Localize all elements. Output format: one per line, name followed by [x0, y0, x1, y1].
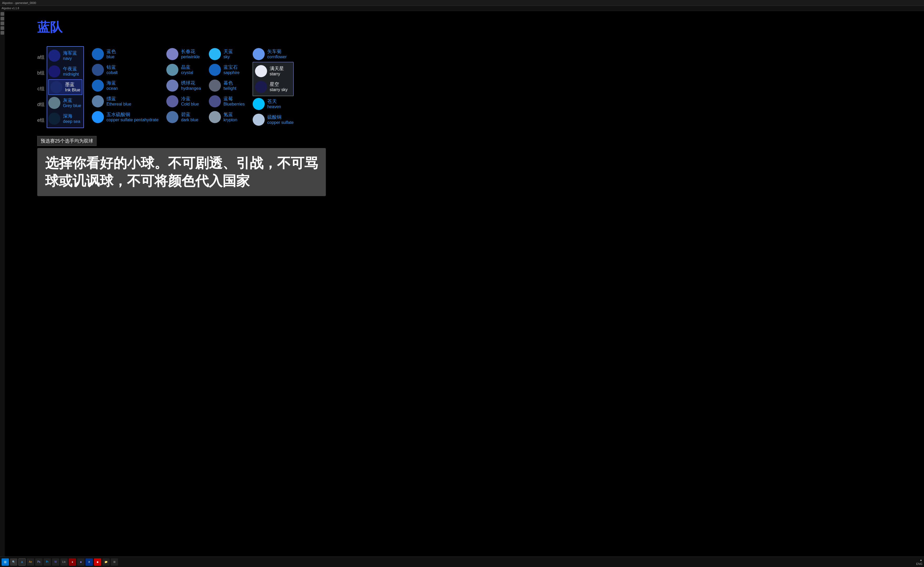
color-zh-darkblue: 碧蓝 — [181, 112, 198, 117]
color-circle-blue — [92, 48, 104, 60]
color-names-periwinkle: 长春花 periwinkle — [181, 49, 200, 60]
color-names-copperpenta: 五水硫酸铜 copper sulfate pentahydrate — [106, 112, 159, 123]
color-en-copperpenta: copper sulfate pentahydrate — [106, 117, 159, 122]
color-entry-sky: 天蓝 sky — [209, 46, 245, 62]
notice-bar: 预选赛25个选手均为双球 选择你看好的小球。不可剧透、引战，不可骂球或讥讽球，不… — [37, 136, 914, 196]
color-en-blueberries: Blueberries — [224, 102, 245, 107]
menu-subtitle: Algodoo v1.1.8 — [2, 7, 19, 10]
sidebar-icon-1[interactable] — [0, 12, 4, 16]
color-en-deepsea: deep sea — [63, 119, 80, 124]
color-entry-twilight: 暮色 twilight — [209, 78, 245, 93]
taskbar-app4[interactable]: Pr — [44, 558, 51, 566]
team-title: 蓝队 — [37, 19, 914, 36]
taskbar-app6[interactable]: Ltc — [60, 558, 68, 566]
sidebar-icon-2[interactable] — [0, 17, 4, 21]
color-zh-sapphire: 蓝宝石 — [224, 65, 240, 70]
taskbar-app7[interactable]: ● — [69, 558, 76, 566]
color-entry-starry: 满天星 starry — [255, 63, 291, 79]
color-entry-cobalt: 钴蓝 cobalt — [92, 62, 159, 78]
color-names-coppersulfate: 硫酸铜 copper sulfate — [267, 114, 294, 125]
color-entry-coldblue: 冷蓝 Cold blue — [166, 93, 201, 109]
color-entry-midnight: 午夜蓝 midnight — [48, 63, 82, 79]
color-en-coppersulfate: copper sulfate — [267, 120, 294, 125]
color-zh-inkblue: 墨蓝 — [65, 82, 80, 88]
color-en-blue: blue — [106, 54, 116, 59]
color-column-4: 天蓝 sky 蓝宝石 sapphire 暮色 twilight — [209, 46, 245, 125]
color-en-greyblue: Grey blue — [63, 103, 81, 108]
group-label-b: b组 — [37, 65, 45, 81]
taskbar-app5[interactable]: W — [52, 558, 59, 566]
color-entry-sapphire: 蓝宝石 sapphire — [209, 62, 245, 78]
color-names-heaven: 苍天 heaven — [267, 99, 281, 110]
color-en-ethereal: Ethereal blue — [106, 102, 131, 107]
color-zh-navy: 海军蓝 — [63, 50, 77, 56]
taskbar-start[interactable]: ⊞ — [2, 558, 9, 566]
color-circle-ocean — [92, 80, 104, 92]
color-entry-darkblue: 碧蓝 dark blue — [166, 109, 201, 125]
notice-main: 选择你看好的小球。不可剧透、引战，不可骂球或讥讽球，不可将颜色代入国家 — [37, 148, 326, 196]
color-zh-copperpenta: 五水硫酸铜 — [106, 112, 159, 117]
color-column-3: 长春花 periwinkle 晶蓝 crystal 绣球花 hydrangea — [166, 46, 201, 125]
color-en-darkblue: dark blue — [181, 117, 198, 122]
color-names-coldblue: 冷蓝 Cold blue — [181, 96, 199, 107]
sidebar-icon-4[interactable] — [0, 26, 4, 30]
color-zh-greyblue: 灰蓝 — [63, 98, 81, 104]
color-names-blue: 蓝色 blue — [106, 49, 116, 60]
color-circle-blueberries — [209, 95, 221, 107]
color-circle-sky — [209, 48, 221, 60]
color-en-heaven: heaven — [267, 104, 281, 109]
color-entry-inkblue: 墨蓝 Ink Blue — [48, 79, 82, 95]
taskbar-app10[interactable]: ◆ — [94, 558, 101, 566]
color-names-ocean: 海蓝 ocean — [106, 80, 118, 91]
color-en-starrysky: starry sky — [270, 87, 288, 92]
taskbar-app11[interactable]: 📁 — [102, 558, 110, 566]
color-zh-krypton: 氪蓝 — [224, 112, 237, 117]
color-en-midnight: midnight — [63, 72, 79, 77]
color-entry-periwinkle: 长春花 periwinkle — [166, 46, 201, 62]
color-zh-blue: 蓝色 — [106, 49, 116, 55]
color-en-krypton: krypton — [224, 117, 237, 122]
color-circle-deepsea — [48, 113, 60, 125]
color-entry-greyblue: 灰蓝 Grey blue — [48, 95, 82, 111]
color-en-cobalt: cobalt — [106, 70, 118, 75]
color-circle-heaven — [253, 98, 265, 110]
taskbar-app1[interactable]: A — [18, 558, 26, 566]
group-label-d: d组 — [37, 96, 45, 112]
taskbar-app2[interactable]: Ae — [27, 558, 34, 566]
taskbar-app12[interactable]: ⊞ — [111, 558, 118, 566]
color-circle-greyblue — [48, 97, 60, 109]
color-zh-ocean: 海蓝 — [106, 80, 118, 86]
color-circle-ethereal — [92, 95, 104, 107]
color-zh-coppersulfate: 硫酸铜 — [267, 114, 294, 120]
color-entry-deepsea: 深海 deep sea — [48, 111, 82, 126]
color-names-blueberries: 蓝莓 Blueberries — [224, 96, 245, 107]
color-names-navy: 海军蓝 navy — [63, 50, 77, 61]
color-circle-crystal — [166, 64, 178, 76]
taskbar-app3[interactable]: Ps — [35, 558, 42, 566]
color-names-starrysky: 星空 starry sky — [270, 82, 288, 92]
taskbar-app9[interactable]: e — [86, 558, 93, 566]
color-circle-hydrangea — [166, 80, 178, 92]
color-circle-sapphire — [209, 64, 221, 76]
color-en-sky: sky — [224, 54, 233, 59]
color-circle-cornflower — [253, 48, 265, 60]
color-zh-midnight: 午夜蓝 — [63, 66, 79, 72]
color-names-ethereal: 缥蓝 Ethereal blue — [106, 96, 131, 107]
sidebar-icon-5[interactable] — [0, 31, 4, 35]
color-en-cornflower: cornflower — [267, 54, 287, 59]
color-en-starry: starry — [270, 71, 284, 77]
groups-container: a组 b组 c组 d组 e组 海军蓝 navy 午夜蓝 midnight — [37, 46, 914, 128]
taskbar-search[interactable]: 🔍 — [10, 558, 17, 566]
sidebar-icon-3[interactable] — [0, 21, 4, 25]
color-circle-copperpenta — [92, 111, 104, 123]
titlebar-title: Algodoo - gamestart_0000 — [2, 1, 36, 5]
color-en-navy: navy — [63, 56, 77, 61]
color-names-darkblue: 碧蓝 dark blue — [181, 112, 198, 123]
titlebar: Algodoo - gamestart_0000 — [0, 0, 924, 6]
color-zh-coldblue: 冷蓝 — [181, 96, 199, 102]
color-names-crystal: 晶蓝 crystal — [181, 65, 193, 75]
color-entry-copperpenta: 五水硫酸铜 copper sulfate pentahydrate — [92, 109, 159, 125]
starry-highlight-box: 满天星 starry 星空 starry sky — [253, 62, 294, 96]
color-circle-inkblue — [50, 81, 63, 93]
taskbar-app8[interactable]: ■ — [77, 558, 84, 566]
